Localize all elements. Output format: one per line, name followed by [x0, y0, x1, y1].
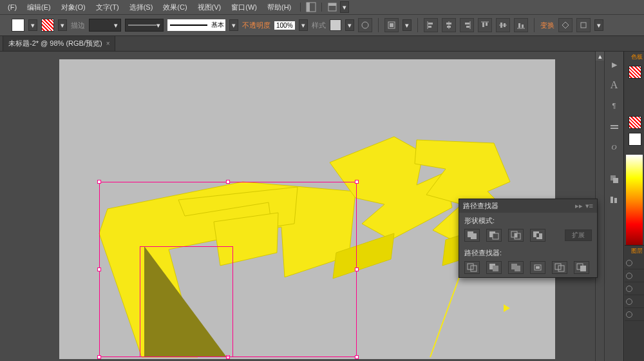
stroke-dropdown[interactable]: ▾: [58, 19, 67, 31]
stroke-profile[interactable]: ▾: [125, 19, 164, 32]
align-vcenter-icon[interactable]: [496, 18, 510, 32]
arrange-icon[interactable]: [327, 2, 337, 12]
menu-effect[interactable]: 效果(C): [159, 1, 191, 14]
brush-dropdown[interactable]: ▾: [229, 19, 238, 31]
layer-row[interactable]: [625, 257, 644, 269]
layer-row[interactable]: [625, 295, 644, 308]
svg-rect-49: [515, 233, 517, 237]
svg-rect-9: [428, 26, 431, 28]
minus-front-icon[interactable]: [486, 229, 502, 242]
layers-panel: 图层: [625, 245, 644, 361]
crop-icon[interactable]: [530, 261, 545, 274]
align-selection-icon[interactable]: [384, 18, 399, 32]
selection-box-inner[interactable]: [140, 246, 233, 357]
layer-row[interactable]: [625, 269, 644, 282]
opacity-dropdown[interactable]: ▾: [299, 19, 308, 31]
visibility-icon[interactable]: [626, 311, 632, 318]
style-dropdown[interactable]: ▾: [345, 19, 354, 31]
menu-select[interactable]: 选择(S): [126, 1, 157, 14]
panel-menu-icon[interactable]: ▾≡: [585, 202, 593, 210]
collapse-icon[interactable]: ▸▸: [575, 202, 583, 210]
align-top-icon[interactable]: [478, 18, 492, 32]
tab-close-icon[interactable]: ×: [106, 40, 110, 47]
align-panel-icon[interactable]: [607, 192, 622, 208]
menu-text[interactable]: 文字(T): [92, 1, 123, 14]
menu-edit[interactable]: 编辑(E): [23, 1, 55, 14]
transform-panel-icon[interactable]: [607, 171, 622, 187]
selection-handle[interactable]: [226, 180, 230, 184]
menu-help[interactable]: 帮助(H): [263, 1, 295, 14]
selection-handle[interactable]: [97, 268, 101, 271]
type-panel-icon[interactable]: A: [607, 77, 622, 93]
scroll-up-icon[interactable]: ▴: [596, 52, 605, 61]
fill-proxy-icon[interactable]: [629, 116, 641, 129]
stroke-weight[interactable]: ▾: [89, 19, 121, 32]
stroke-label: 描边: [71, 21, 85, 30]
selection-handle[interactable]: [355, 268, 359, 271]
opentype-panel-icon[interactable]: [607, 119, 622, 134]
menu-view[interactable]: 视图(V): [194, 1, 225, 14]
merge-icon[interactable]: [508, 261, 524, 274]
stroke-swatch[interactable]: [41, 19, 54, 32]
svg-rect-15: [466, 26, 469, 28]
style-label: 样式: [312, 21, 326, 30]
fill-swatch[interactable]: [12, 19, 24, 32]
svg-rect-23: [518, 23, 520, 28]
align-bottom-icon[interactable]: [514, 18, 528, 32]
outline-icon[interactable]: [552, 261, 567, 274]
selection-handle[interactable]: [97, 355, 101, 359]
layer-row[interactable]: [625, 282, 644, 295]
align-hcenter-icon[interactable]: [442, 18, 456, 32]
recolor-icon[interactable]: [358, 18, 372, 32]
expand-button[interactable]: 扩展: [565, 229, 592, 241]
pathfinder-panel[interactable]: 路径查找器 ▸▸ ▾≡ 形状模式: 扩展 路径查找器:: [459, 199, 598, 278]
transform-label: 变换: [540, 21, 554, 30]
layer-row[interactable]: [625, 308, 644, 321]
divider: [534, 18, 535, 32]
svg-rect-46: [493, 233, 498, 239]
glyphs-panel-icon[interactable]: O: [607, 139, 622, 155]
selection-handle[interactable]: [355, 355, 359, 359]
align-dropdown[interactable]: ▾: [402, 19, 412, 31]
stroke-proxy-icon[interactable]: [629, 133, 641, 146]
visibility-icon[interactable]: [626, 286, 632, 292]
visibility-icon[interactable]: [626, 260, 632, 266]
layers-panel-tab[interactable]: 图层: [625, 246, 644, 257]
align-right-icon[interactable]: [460, 18, 474, 32]
svg-rect-11: [446, 23, 451, 24]
style-swatch[interactable]: [330, 19, 341, 31]
visibility-icon[interactable]: [626, 298, 632, 305]
more-dropdown[interactable]: ▾: [594, 19, 603, 31]
intersect-icon[interactable]: [508, 229, 524, 242]
transform-icon[interactable]: [558, 18, 573, 32]
opacity-value[interactable]: 100%: [274, 21, 295, 30]
svg-rect-58: [515, 266, 520, 271]
unite-icon[interactable]: [464, 229, 480, 242]
panel-header[interactable]: 路径查找器 ▸▸ ▾≡: [459, 199, 597, 213]
svg-rect-52: [536, 233, 539, 237]
layout-icon[interactable]: [306, 2, 316, 12]
menu-window[interactable]: 窗口(W): [227, 1, 261, 14]
minus-back-icon[interactable]: [574, 261, 589, 274]
brush-definition[interactable]: 基本: [167, 19, 225, 31]
exclude-icon[interactable]: [530, 229, 545, 242]
arrange-dropdown[interactable]: ▾: [340, 1, 349, 13]
play-icon[interactable]: ▶: [607, 57, 622, 72]
divider: [300, 3, 301, 12]
divide-icon[interactable]: [464, 261, 480, 274]
fill-dropdown[interactable]: ▾: [28, 19, 37, 31]
color-panel-tab[interactable]: 色板: [631, 53, 643, 61]
menu-file[interactable]: (F): [4, 2, 21, 12]
selection-handle[interactable]: [355, 180, 359, 184]
document-tab[interactable]: 未标题-2* @ 98% (RGB/预览) ×: [3, 35, 115, 51]
isolate-icon[interactable]: [576, 18, 591, 32]
opacity-label: 不透明度: [242, 21, 270, 30]
paragraph-panel-icon[interactable]: ¶: [607, 98, 622, 113]
visibility-icon[interactable]: [626, 273, 632, 279]
svg-rect-42: [614, 198, 617, 203]
color-swatch-icon[interactable]: [629, 66, 641, 79]
selection-handle[interactable]: [97, 180, 101, 184]
align-left-icon[interactable]: [424, 18, 438, 32]
trim-icon[interactable]: [486, 261, 502, 274]
menu-object[interactable]: 对象(O): [57, 1, 90, 14]
